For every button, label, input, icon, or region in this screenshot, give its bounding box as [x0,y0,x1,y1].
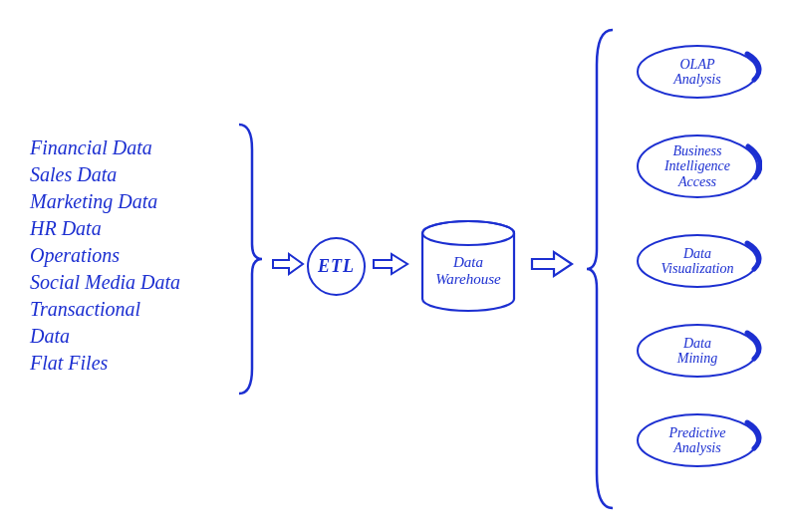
output-label: OLAPAnalysis [673,57,720,88]
warehouse-label-line: Warehouse [435,271,501,287]
output-label: DataVisualization [662,246,734,277]
svg-point-0 [422,221,514,245]
output-label: DataMining [677,336,717,367]
source-item: Transactional [30,296,239,323]
arrow-icon [372,251,409,277]
output-node-predictive: PredictiveAnalysis [633,410,762,470]
output-node-bi: BusinessIntelligenceAccess [633,132,762,201]
source-item: Social Media Data [30,269,239,296]
output-node-olap: OLAPAnalysis [633,42,762,102]
source-item: HR Data [30,215,239,242]
etl-label: ETL [318,256,355,277]
source-item: Financial Data [30,134,239,161]
source-item: Flat Files [30,350,239,377]
source-item: Marketing Data [30,188,239,215]
arrow-icon [530,249,574,279]
output-node-viz: DataVisualization [633,231,762,291]
source-item: Operations [30,242,239,269]
warehouse-label: Data Warehouse [418,254,518,289]
output-label: PredictiveAnalysis [668,425,725,456]
source-item: Data [30,323,239,350]
data-sources-list: Financial Data Sales Data Marketing Data… [30,134,239,377]
source-item: Sales Data [30,161,239,188]
output-label: BusinessIntelligenceAccess [664,143,730,189]
svg-point-1 [422,221,514,245]
arrow-icon [271,251,305,277]
warehouse-label-line: Data [453,254,483,270]
outputs-column: OLAPAnalysis BusinessIntelligenceAccess … [618,42,777,470]
bracket-right-icon [583,25,618,513]
output-node-mining: DataMining [633,321,762,381]
etl-node: ETL [307,237,366,296]
diagram-canvas: Financial Data Sales Data Marketing Data… [0,0,797,532]
